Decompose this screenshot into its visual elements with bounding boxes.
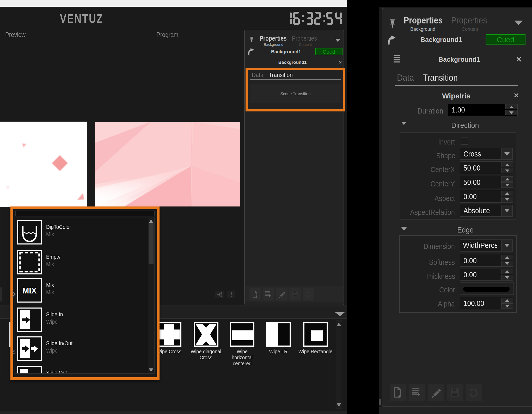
svg-text:MIX: MIX [22,286,36,295]
